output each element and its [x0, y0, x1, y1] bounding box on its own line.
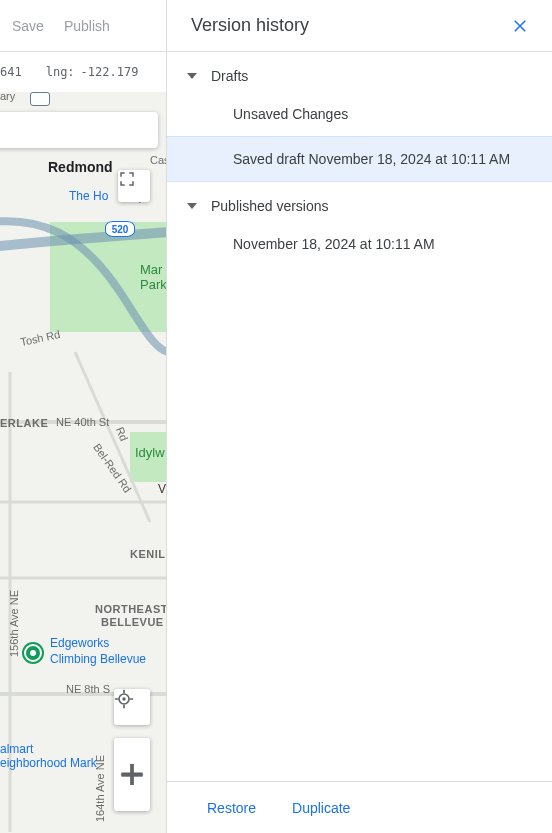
section-drafts-header[interactable]: Drafts	[167, 52, 552, 92]
section-published-header[interactable]: Published versions	[167, 182, 552, 222]
fullscreen-icon	[118, 170, 136, 188]
map-canvas[interactable]: ary Redmond The Ho ep Cast 520 Mar Park …	[0, 92, 166, 833]
map-label-ne-bellevue-1: NORTHEAST	[95, 603, 166, 615]
poi-pin-edgeworks[interactable]	[24, 644, 42, 662]
panel-footer: Restore Duplicate	[167, 781, 552, 833]
map-label-walmart-1: almart	[0, 742, 33, 756]
fullscreen-button[interactable]	[118, 170, 150, 202]
map-label-marymoor-2: Park	[140, 277, 166, 292]
map-label-ne-bellevue-2: BELLEVUE	[101, 616, 164, 628]
map-label-ne8: NE 8th S	[66, 683, 110, 695]
map-label-walmart-2: eighborhood Mark	[0, 756, 97, 770]
caret-down-icon	[187, 73, 197, 79]
publish-button[interactable]: Publish	[64, 18, 110, 34]
panel-body: Drafts Unsaved Changes Saved draft Novem…	[167, 52, 552, 781]
my-location-button[interactable]	[114, 689, 150, 725]
draft-item-unsaved[interactable]: Unsaved Changes	[167, 92, 552, 136]
map-label-marymoor: Mar	[140, 262, 162, 277]
lng-label: lng:	[46, 65, 75, 79]
version-history-panel: Version history Drafts Unsaved Changes S…	[166, 0, 552, 833]
panel-title: Version history	[191, 15, 309, 36]
section-drafts-label: Drafts	[211, 68, 248, 84]
map-label-cast: Cast	[150, 154, 166, 166]
duplicate-button[interactable]: Duplicate	[292, 800, 350, 816]
crosshair-icon	[114, 689, 134, 709]
map-label-redmond: Redmond	[48, 159, 113, 175]
lng-value: -122.179	[81, 65, 139, 79]
save-button[interactable]: Save	[12, 18, 44, 34]
close-button[interactable]	[508, 14, 532, 38]
map-label-edgeworks-2: Climbing Bellevue	[50, 652, 146, 666]
published-item[interactable]: November 18, 2024 at 10:11 AM	[167, 222, 552, 266]
map-label-erlake: ERLAKE	[0, 417, 48, 429]
lat-value: 641	[0, 65, 22, 79]
map-label-kenil: KENIL	[130, 548, 166, 560]
panel-header: Version history	[167, 0, 552, 52]
restore-button[interactable]: Restore	[207, 800, 256, 816]
map-search-box[interactable]	[0, 112, 158, 148]
map-label-ne40: NE 40th St	[56, 416, 109, 428]
zoom-out-button[interactable]	[114, 775, 150, 811]
caret-down-icon	[187, 203, 197, 209]
svg-point-4	[122, 697, 125, 700]
map-label-library: ary	[0, 92, 15, 102]
map-label-idylw: Idylw	[135, 445, 165, 460]
close-icon	[511, 17, 529, 35]
map-label-edgeworks-1: Edgeworks	[50, 636, 109, 650]
hwy-520-shield: 520	[105, 221, 135, 237]
coordinates-bar: 641 lng: -122.179	[0, 52, 166, 92]
zoom-control	[114, 738, 150, 811]
map-label-v: V	[158, 482, 166, 496]
draft-item-saved[interactable]: Saved draft November 18, 2024 at 10:11 A…	[167, 136, 552, 182]
minus-icon	[114, 738, 150, 811]
library-icon	[30, 92, 50, 106]
map-label-164: 164th Ave NE	[94, 755, 106, 822]
section-published-label: Published versions	[211, 198, 329, 214]
map-label-156: 156th Ave NE	[8, 590, 20, 657]
